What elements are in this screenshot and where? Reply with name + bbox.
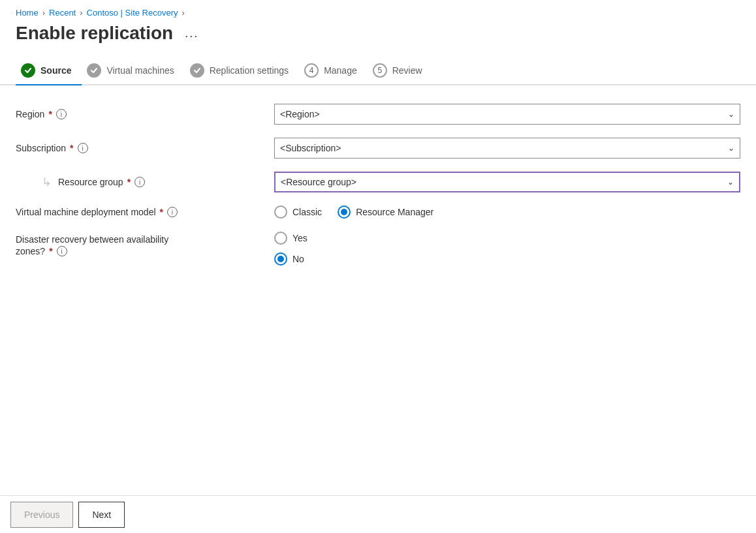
step-manage-circle: 4 (304, 63, 319, 78)
breadcrumb-recent[interactable]: Recent (49, 8, 76, 18)
region-dropdown[interactable]: <Region> ⌄ (274, 104, 740, 125)
step-replication-settings[interactable]: Replication settings (185, 57, 299, 84)
disaster-recovery-control: Yes No (274, 232, 740, 266)
vm-deployment-classic-label: Classic (292, 207, 322, 217)
page-title-row: Enable replication ... (0, 20, 756, 57)
vm-deployment-classic-option[interactable]: Classic (274, 206, 322, 219)
disaster-recovery-no-option[interactable]: No (274, 252, 740, 266)
resource-group-row: ↳ Resource group * i <Resource group> ⌄ (16, 172, 740, 192)
disaster-recovery-label-row2: zones? * i (16, 246, 67, 256)
disaster-recovery-label-line1: Disaster recovery between availability (16, 234, 168, 245)
step-vm-check-icon (87, 63, 101, 78)
indent-corner-icon: ↳ (42, 175, 52, 189)
step-review-circle: 5 (373, 63, 387, 78)
vm-deployment-model-row: Virtual machine deployment model * i Cla… (16, 206, 740, 219)
breadcrumb-home[interactable]: Home (16, 8, 39, 18)
step-vm-label: Virtual machines (106, 65, 174, 76)
disaster-recovery-info-icon[interactable]: i (57, 246, 67, 256)
next-button[interactable]: Next (78, 502, 125, 528)
region-label: Region * i (16, 109, 264, 119)
vm-deployment-rm-option[interactable]: Resource Manager (338, 206, 433, 219)
disaster-recovery-no-radio-inner (277, 256, 284, 262)
vm-deployment-info-icon[interactable]: i (167, 207, 178, 217)
subscription-control: <Subscription> ⌄ (274, 138, 740, 159)
vm-deployment-required: * (160, 207, 163, 217)
subscription-label: Subscription * i (16, 143, 264, 153)
subscription-dropdown[interactable]: <Subscription> ⌄ (274, 138, 740, 159)
step-source-label: Source (40, 65, 71, 76)
vm-deployment-radio-group: Classic Resource Manager (274, 206, 740, 219)
step-virtual-machines[interactable]: Virtual machines (82, 57, 184, 84)
disaster-recovery-label: Disaster recovery between availability z… (16, 232, 264, 256)
disaster-recovery-no-radio[interactable] (274, 252, 287, 266)
disaster-recovery-yes-label: Yes (292, 233, 307, 243)
disaster-recovery-required: * (49, 246, 52, 256)
region-label-text: Region (16, 109, 44, 119)
disaster-recovery-radio-group: Yes No (274, 232, 740, 266)
subscription-dropdown-chevron: ⌄ (728, 144, 734, 153)
breadcrumb-contoso[interactable]: Contoso | Site Recovery (87, 8, 178, 18)
breadcrumb: Home › Recent › Contoso | Site Recovery … (0, 0, 756, 20)
page-title: Enable replication (16, 23, 173, 44)
region-dropdown-chevron: ⌄ (728, 110, 734, 119)
form-content: Region * i <Region> ⌄ Subscription * i <… (0, 85, 756, 266)
step-manage-label: Manage (324, 65, 357, 76)
previous-button[interactable]: Previous (10, 502, 73, 528)
subscription-info-icon[interactable]: i (78, 143, 88, 153)
breadcrumb-sep2: › (80, 8, 82, 18)
resource-group-dropdown-text: <Resource group> (281, 177, 356, 187)
region-required: * (48, 109, 52, 119)
breadcrumb-sep1: › (42, 8, 45, 18)
region-row: Region * i <Region> ⌄ (16, 104, 740, 125)
region-dropdown-text: <Region> (280, 109, 320, 119)
ellipsis-button[interactable]: ... (181, 24, 202, 43)
disaster-recovery-yes-option[interactable]: Yes (274, 232, 740, 245)
disaster-recovery-yes-radio[interactable] (274, 232, 287, 245)
resource-group-dropdown[interactable]: <Resource group> ⌄ (274, 172, 740, 192)
vm-deployment-classic-radio[interactable] (274, 206, 287, 219)
resource-group-label: ↳ Resource group * i (16, 175, 264, 189)
vm-deployment-label-text: Virtual machine deployment model (16, 207, 156, 217)
vm-deployment-label: Virtual machine deployment model * i (16, 207, 264, 217)
step-manage[interactable]: 4 Manage (299, 57, 368, 84)
subscription-row: Subscription * i <Subscription> ⌄ (16, 138, 740, 159)
vm-deployment-control: Classic Resource Manager (274, 206, 740, 219)
breadcrumb-sep3: › (182, 8, 185, 18)
vm-deployment-rm-label: Resource Manager (356, 207, 433, 217)
step-replication-check-icon (190, 63, 204, 78)
region-info-icon[interactable]: i (56, 109, 67, 119)
disaster-recovery-no-label: No (292, 254, 304, 264)
region-control: <Region> ⌄ (274, 104, 740, 125)
step-review[interactable]: 5 Review (368, 57, 433, 84)
vm-deployment-rm-radio[interactable] (338, 206, 351, 219)
subscription-required: * (70, 143, 73, 153)
resource-group-required: * (127, 177, 131, 187)
disaster-recovery-label-row1: Disaster recovery between availability (16, 234, 168, 245)
step-source-check-icon (21, 63, 35, 78)
resource-group-info-icon[interactable]: i (134, 177, 145, 187)
disaster-recovery-label-line2: zones? (16, 246, 45, 256)
resource-group-label-text: Resource group (58, 177, 123, 187)
disaster-recovery-row: Disaster recovery between availability z… (16, 232, 740, 266)
resource-group-control: <Resource group> ⌄ (274, 172, 740, 192)
resource-group-dropdown-chevron: ⌄ (727, 177, 734, 187)
step-replication-label: Replication settings (210, 65, 289, 76)
subscription-label-text: Subscription (16, 143, 66, 153)
wizard-steps: Source Virtual machines Replication sett… (0, 57, 756, 85)
step-review-label: Review (392, 65, 422, 76)
vm-deployment-rm-radio-inner (341, 209, 347, 215)
bottom-bar: Previous Next (0, 495, 756, 533)
subscription-dropdown-text: <Subscription> (280, 143, 341, 153)
step-source[interactable]: Source (16, 57, 82, 84)
